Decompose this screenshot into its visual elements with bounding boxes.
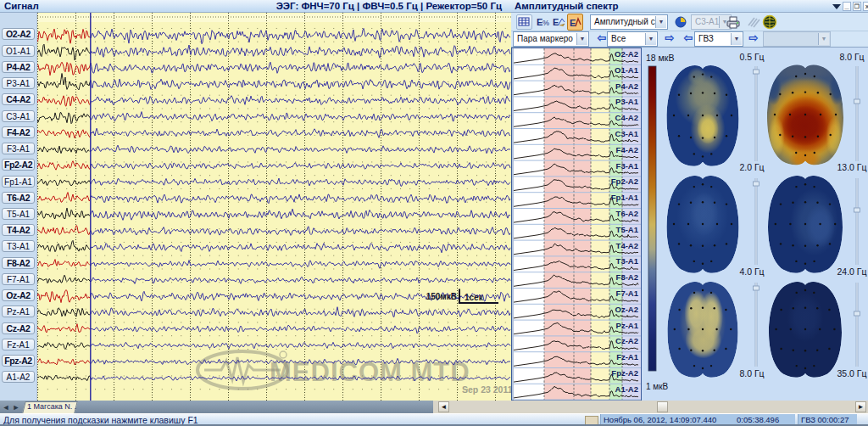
svg-text:1сек: 1сек: [465, 293, 484, 302]
svg-text:13.0 Гц: 13.0 Гц: [837, 162, 866, 172]
svg-text:150мкВ: 150мкВ: [426, 292, 457, 301]
svg-text:F4-A2: F4-A2: [616, 145, 638, 154]
svg-text:35.0 Гц: 35.0 Гц: [837, 368, 866, 378]
svg-text:E: E: [553, 17, 559, 27]
svg-text:C3-A1: C3-A1: [615, 129, 639, 138]
svg-text:Pz-A1: Pz-A1: [616, 321, 639, 330]
svg-text:18 мкВ: 18 мкВ: [646, 53, 674, 63]
svg-text:P4-A2: P4-A2: [615, 81, 638, 91]
svg-text:8.0 Гц: 8.0 Гц: [739, 368, 764, 378]
svg-text:F8-A2: F8-A2: [616, 272, 638, 282]
svg-text:T4-A2: T4-A2: [616, 241, 638, 250]
svg-text:Fp2-A2: Fp2-A2: [611, 177, 638, 186]
svg-text:2.0 Гц: 2.0 Гц: [739, 162, 764, 172]
svg-text:Fp1-A1: Fp1-A1: [611, 193, 639, 202]
svg-text:4.0 Гц: 4.0 Гц: [739, 266, 764, 277]
svg-text:F3-A1: F3-A1: [616, 161, 639, 171]
svg-text:Cz-A2: Cz-A2: [615, 336, 638, 345]
svg-text:F7-A1: F7-A1: [616, 289, 639, 298]
svg-text:O1-A1: O1-A1: [615, 65, 639, 75]
svg-text:Sep 23 2011: Sep 23 2011: [462, 384, 511, 395]
svg-text:0.5 Гц: 0.5 Гц: [739, 52, 764, 62]
svg-text:8.0 Гц: 8.0 Гц: [839, 52, 864, 62]
svg-text:E: E: [570, 18, 576, 28]
svg-text:T5-A1: T5-A1: [616, 225, 639, 234]
svg-text:Fpz-A2: Fpz-A2: [611, 368, 638, 378]
svg-text:C4-A2: C4-A2: [615, 113, 638, 122]
svg-text:1 мкВ: 1 мкВ: [646, 382, 669, 391]
svg-text:24.0 Гц: 24.0 Гц: [837, 266, 866, 277]
svg-text:Oz-A2: Oz-A2: [615, 305, 638, 314]
svg-text:O2-A2: O2-A2: [615, 49, 638, 59]
svg-text:%: %: [542, 19, 549, 27]
svg-text:T6-A2: T6-A2: [616, 209, 638, 218]
svg-text:Fz-A1: Fz-A1: [616, 352, 639, 362]
svg-text:P3-A1: P3-A1: [615, 97, 639, 106]
svg-text:T3-A1: T3-A1: [616, 256, 639, 266]
svg-text:A1-A2: A1-A2: [615, 384, 638, 394]
